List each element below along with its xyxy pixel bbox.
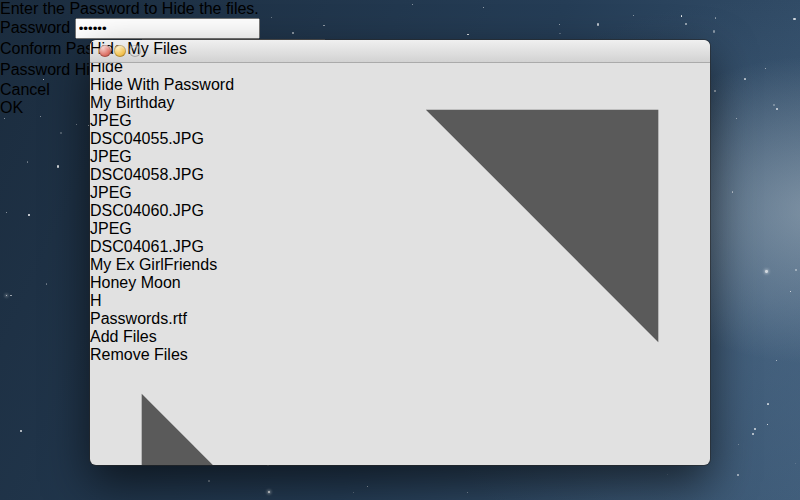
minimize-button[interactable] <box>114 45 126 57</box>
password-input[interactable] <box>75 18 260 39</box>
password-label: Password <box>0 19 70 36</box>
close-button[interactable] <box>99 45 111 57</box>
password-field-row: Password <box>0 18 800 39</box>
fullscreen-icon[interactable] <box>90 58 710 465</box>
zoom-button[interactable] <box>129 45 141 57</box>
title-bar[interactable]: Hide My Files <box>90 40 710 63</box>
dialog-title: Enter the Password to Hide the files. <box>0 0 800 18</box>
app-window: Hide My Files Show Hide Hide With Passwo… <box>90 40 710 465</box>
window-title: Hide My Files <box>90 40 710 58</box>
password-hint-label: Password Hint <box>0 61 103 78</box>
desktop: Hide My Files Show Hide Hide With Passwo… <box>0 0 800 500</box>
